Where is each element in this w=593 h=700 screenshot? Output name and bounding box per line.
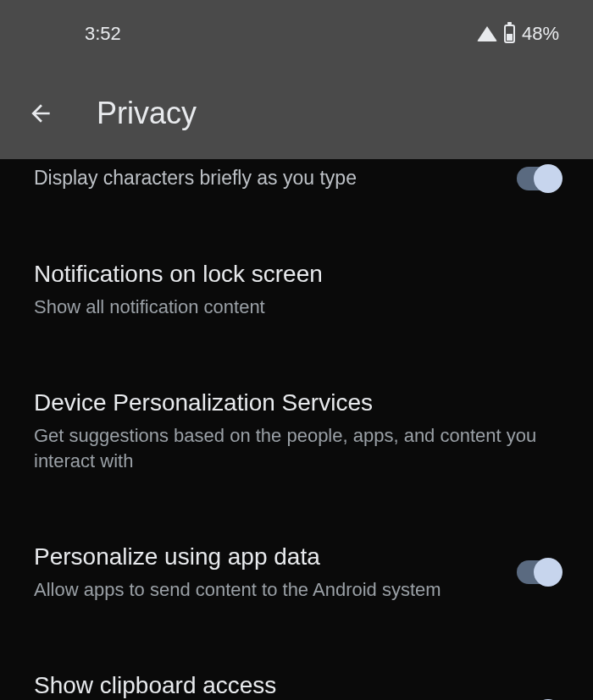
setting-title: Device Personalization Services xyxy=(34,388,559,418)
setting-title: Show clipboard access xyxy=(34,670,500,700)
toggle-display-characters[interactable] xyxy=(517,167,559,190)
battery-icon xyxy=(504,25,515,43)
back-button[interactable] xyxy=(25,98,56,129)
setting-sub: Show all notification content xyxy=(34,295,559,320)
setting-title: Personalize using app data xyxy=(34,542,500,572)
arrow-left-icon xyxy=(27,100,54,127)
setting-sub: Allow apps to send content to the Androi… xyxy=(34,577,500,603)
settings-list: Display characters briefly as you type N… xyxy=(0,159,593,700)
app-bar: Privacy xyxy=(0,68,593,159)
toggle-knob-icon xyxy=(534,164,563,193)
toggle-personalize-app-data[interactable] xyxy=(517,560,559,584)
status-icons: 48% xyxy=(477,23,559,45)
status-time: 3:52 xyxy=(85,23,121,45)
setting-display-characters[interactable]: Display characters briefly as you type xyxy=(0,159,593,212)
setting-sub: Get suggestions based on the people, app… xyxy=(34,423,559,473)
battery-percent: 48% xyxy=(522,23,559,45)
setting-sub: Display characters briefly as you type xyxy=(34,166,500,191)
page-title: Privacy xyxy=(97,96,197,131)
setting-clipboard-access[interactable]: Show clipboard access Show a message whe… xyxy=(0,650,593,700)
setting-lock-screen-notifications[interactable]: Notifications on lock screen Show all no… xyxy=(0,239,593,340)
wifi-icon xyxy=(477,26,497,41)
setting-personalize-app-data[interactable]: Personalize using app data Allow apps to… xyxy=(0,521,593,623)
toggle-knob-icon xyxy=(534,558,563,587)
setting-device-personalization[interactable]: Device Personalization Services Get sugg… xyxy=(0,367,593,494)
status-bar: 3:52 48% xyxy=(0,0,593,68)
setting-title: Notifications on lock screen xyxy=(34,259,559,289)
